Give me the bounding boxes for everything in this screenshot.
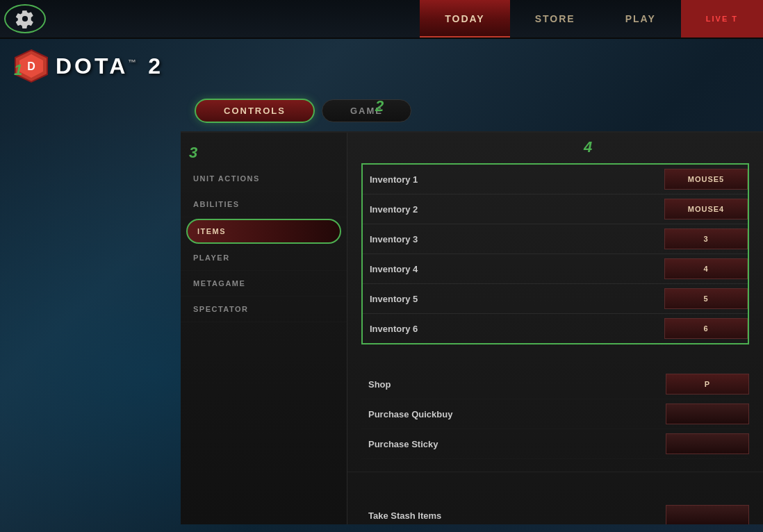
right-content: 4 Inventory 1 MOUSE5 Inventory 2 MOUSE4 … — [347, 133, 763, 524]
keybind-label: Inventory 3 — [363, 234, 664, 244]
keybind-label: Inventory 1 — [363, 174, 664, 185]
keybind-inventory-1[interactable]: MOUSE5 — [664, 169, 748, 190]
keybind-row: Inventory 1 MOUSE5 — [363, 165, 748, 194]
annotation-1: 1 — [14, 61, 22, 79]
left-sidebar: 3 UNIT ACTIONS ABILITIES ITEMS PLAYER ME… — [181, 133, 347, 524]
keybind-row: Inventory 4 4 — [363, 254, 748, 284]
tab-store[interactable]: STORE — [510, 0, 600, 38]
inventory-group: Inventory 1 MOUSE5 Inventory 2 MOUSE4 In… — [361, 163, 749, 344]
keybind-label: Take Stash Items — [361, 510, 666, 521]
keybind-row: Inventory 3 3 — [363, 224, 748, 254]
top-navigation: TODAY STORE PLAY LIVE T — [0, 0, 763, 39]
gear-icon — [15, 9, 35, 28]
keybind-row: Shop P — [361, 369, 749, 399]
tab-today[interactable]: TODAY — [420, 0, 509, 38]
tab-switcher: CONTROLS GAME — [181, 90, 763, 131]
tab-play[interactable]: PLAY — [600, 0, 681, 38]
sidebar-item-player[interactable]: PLAYER — [181, 245, 347, 271]
tab-controls[interactable]: CONTROLS — [195, 99, 315, 123]
keybind-row: Take Stash Items — [361, 501, 749, 524]
tab-game[interactable]: GAME — [322, 99, 411, 122]
sidebar-item-spectator[interactable]: SPECTATOR — [181, 297, 347, 322]
controls-panel: 3 UNIT ACTIONS ABILITIES ITEMS PLAYER ME… — [181, 131, 763, 524]
main-content: CONTROLS GAME 3 UNIT ACTIONS ABILITIES I… — [181, 90, 763, 532]
gear-button[interactable] — [4, 4, 46, 33]
stash-section: Take Stash Items — [347, 494, 763, 524]
keybind-inventory-6[interactable]: 6 — [664, 318, 748, 339]
keybind-row: Inventory 6 6 — [363, 314, 748, 343]
shop-section: Shop P Purchase Quickbuy Purchase Sticky — [347, 363, 763, 466]
keybind-label: Inventory 4 — [363, 264, 664, 274]
sidebar-item-abilities[interactable]: ABILITIES — [181, 192, 347, 217]
keybind-label: Purchase Sticky — [361, 439, 666, 449]
keybind-label: Shop — [361, 379, 666, 390]
keybind-label: Inventory 6 — [363, 324, 664, 334]
keybind-inventory-2[interactable]: MOUSE4 — [664, 199, 748, 219]
sidebar-item-unit-actions[interactable]: UNIT ACTIONS — [181, 166, 347, 192]
sidebar-item-metagame[interactable]: METAGAME — [181, 271, 347, 297]
dota-title: DOTA™ 2 — [56, 53, 163, 79]
keybind-inventory-5[interactable]: 5 — [664, 288, 748, 309]
keybind-purchase-sticky[interactable] — [666, 433, 749, 454]
keybind-label: Inventory 2 — [363, 204, 664, 215]
keybind-purchase-quickbuy[interactable] — [666, 404, 749, 424]
keybind-inventory-4[interactable]: 4 — [664, 258, 748, 279]
keybind-inventory-3[interactable]: 3 — [664, 228, 748, 249]
keybind-take-stash[interactable] — [666, 505, 749, 524]
keybind-label: Purchase Quickbuy — [361, 409, 666, 419]
annotation-3-num: 3 — [181, 140, 347, 166]
keybind-row: Purchase Sticky — [361, 429, 749, 459]
keybind-row: Purchase Quickbuy — [361, 399, 749, 429]
dota-header: D DOTA™ 2 — [0, 42, 763, 90]
keybind-row: Inventory 2 MOUSE4 — [363, 194, 748, 224]
sidebar-item-items[interactable]: ITEMS — [186, 219, 341, 244]
tab-live[interactable]: LIVE T — [681, 0, 763, 38]
nav-tabs: TODAY STORE PLAY LIVE T — [420, 0, 763, 38]
keybind-label: Inventory 5 — [363, 294, 664, 304]
svg-text:D: D — [27, 60, 35, 72]
keybind-row: Inventory 5 5 — [363, 284, 748, 314]
keybind-shop[interactable]: P — [666, 374, 749, 394]
annotation-4: 4 — [584, 138, 592, 156]
annotation-2: 2 — [375, 97, 384, 115]
